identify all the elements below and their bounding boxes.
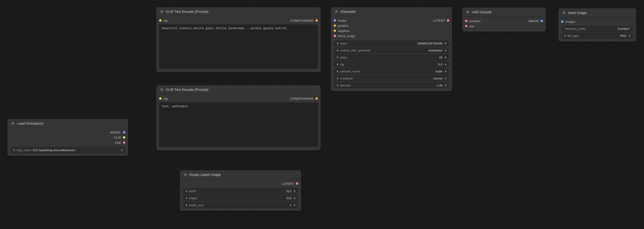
left-arrow-icon[interactable] [12, 149, 16, 151]
node-vae-decode[interactable]: VAE Decode samples IMAGE vae [462, 7, 546, 32]
right-arrow-icon[interactable] [120, 149, 124, 151]
output-label-image: IMAGE [529, 19, 539, 23]
right-arrow-icon[interactable] [292, 190, 296, 192]
collapse-dot-icon[interactable] [562, 11, 565, 14]
port-images-in[interactable] [561, 20, 564, 23]
left-arrow-icon[interactable] [335, 49, 340, 51]
widget-filename-prefix[interactable]: filename_prefix ComfyUI [561, 26, 633, 32]
port-negative-in[interactable] [334, 29, 336, 32]
node-header[interactable]: CLIP Text Encode (Prompt) [156, 85, 320, 94]
widget-value: 20 [347, 56, 443, 59]
left-arrow-icon[interactable] [184, 204, 188, 206]
left-arrow-icon[interactable] [335, 56, 340, 58]
node-header[interactable]: CLIP Text Encode (Prompt) [156, 7, 320, 16]
node-header[interactable]: Load Checkpoint [8, 119, 128, 128]
widget-control-after-generate[interactable]: control_after_generate randomize [334, 47, 449, 53]
input-label-negative: negative [338, 29, 349, 33]
widget-height[interactable]: height 512 [183, 195, 298, 201]
left-arrow-icon[interactable] [335, 70, 340, 72]
right-arrow-icon[interactable] [628, 35, 632, 37]
widget-label: sampler_name [340, 70, 360, 73]
widget-label: steps [340, 56, 347, 59]
widget-value: 512-inpainting-ema.safetensors [32, 148, 120, 152]
widget-sampler-name[interactable]: sampler_name euler [334, 68, 449, 74]
widget-denoise[interactable]: denoise 1.00 [334, 82, 449, 88]
node-load-checkpoint[interactable]: Load Checkpoint MODEL CLIP VAE [7, 119, 128, 156]
output-label-latent: LATENT [433, 19, 445, 22]
node-title: KSampler [340, 9, 356, 13]
left-arrow-icon[interactable] [563, 35, 567, 37]
left-arrow-icon[interactable] [335, 84, 340, 86]
port-vae-in[interactable] [465, 25, 467, 27]
node-header[interactable]: VAE Decode [462, 8, 546, 16]
right-arrow-icon[interactable] [443, 77, 448, 79]
node-clip-text-encode-negative[interactable]: CLIP Text Encode (Prompt) clip CONDITION… [156, 85, 321, 151]
widget-file-type[interactable]: file_type PNG [561, 33, 633, 39]
node-clip-text-encode-positive[interactable]: CLIP Text Encode (Prompt) clip CONDITION… [156, 7, 321, 72]
prompt-textarea[interactable] [159, 102, 318, 147]
input-label-samples: samples [469, 19, 480, 23]
right-arrow-icon[interactable] [443, 56, 448, 58]
port-conditioning-out[interactable] [316, 97, 318, 100]
collapse-dot-icon[interactable] [335, 10, 338, 13]
collapse-dot-icon[interactable] [184, 173, 187, 176]
port-image-out[interactable] [541, 20, 543, 22]
left-arrow-icon[interactable] [335, 63, 340, 65]
right-arrow-icon[interactable] [443, 42, 448, 44]
input-label-clip: clip [163, 19, 168, 22]
widget-value: 156680208700286 [346, 42, 443, 45]
widget-value: 1 [204, 203, 292, 207]
port-samples-in[interactable] [465, 20, 467, 22]
widget-label: width [188, 189, 196, 193]
widget-cfg[interactable]: cfg 8.0 [334, 61, 449, 67]
widget-value: PNG [579, 34, 628, 37]
widget-value: 512 [197, 196, 292, 200]
left-arrow-icon[interactable] [184, 190, 188, 192]
port-latent-image-in[interactable] [334, 35, 336, 37]
widget-label: filename_prefix [563, 27, 586, 30]
right-arrow-icon[interactable] [443, 84, 448, 86]
left-arrow-icon[interactable] [335, 77, 340, 79]
port-clip-in[interactable] [159, 19, 162, 22]
widget-label: batch_size [188, 203, 204, 207]
collapse-dot-icon[interactable] [466, 11, 469, 13]
port-latent-out[interactable] [296, 182, 298, 185]
widget-ckpt-name[interactable]: ckpt_name 512-inpainting-ema.safetensors [10, 147, 125, 153]
port-conditioning-out[interactable] [316, 19, 318, 22]
collapse-dot-icon[interactable] [160, 88, 163, 91]
widget-scheduler[interactable]: scheduler normal [334, 75, 449, 81]
right-arrow-icon[interactable] [443, 63, 448, 65]
right-arrow-icon[interactable] [443, 70, 448, 72]
node-graph-canvas[interactable]: Load Checkpoint MODEL CLIP VAE [0, 0, 644, 229]
widget-seed[interactable]: seed 156680208700286 [334, 40, 449, 46]
port-clip-in[interactable] [159, 97, 162, 100]
port-latent-out[interactable] [447, 19, 449, 22]
right-arrow-icon[interactable] [292, 197, 296, 199]
node-save-image[interactable]: Save Image images filename_prefix ComfyU… [558, 8, 636, 42]
node-header[interactable]: Save Image [558, 8, 636, 17]
node-title: VAE Decode [472, 10, 492, 14]
widget-value: 512 [196, 189, 292, 193]
node-header[interactable]: KSampler [331, 7, 452, 16]
widget-value: randomize [370, 49, 443, 52]
node-header[interactable]: Empty Latent Image [180, 170, 301, 179]
widget-batch-size[interactable]: batch_size 1 [183, 202, 298, 208]
widget-width[interactable]: width 512 [183, 188, 298, 194]
port-clip-out[interactable] [123, 136, 125, 139]
port-model-in[interactable] [334, 19, 336, 22]
output-label-vae: VAE [115, 141, 121, 144]
port-model-out[interactable] [123, 131, 125, 134]
collapse-dot-icon[interactable] [160, 10, 163, 13]
port-positive-in[interactable] [334, 24, 336, 27]
left-arrow-icon[interactable] [335, 42, 340, 44]
node-ksampler[interactable]: KSampler model LATENT positive [331, 7, 452, 91]
prompt-textarea[interactable] [159, 24, 318, 69]
widget-value: 8.0 [344, 63, 443, 66]
node-empty-latent-image[interactable]: Empty Latent Image LATENT width 512 heig… [180, 170, 301, 211]
right-arrow-icon[interactable] [292, 204, 296, 206]
port-vae-out[interactable] [123, 141, 125, 144]
left-arrow-icon[interactable] [184, 197, 188, 199]
right-arrow-icon[interactable] [443, 49, 448, 51]
collapse-dot-icon[interactable] [12, 122, 14, 125]
widget-steps[interactable]: steps 20 [334, 54, 449, 60]
